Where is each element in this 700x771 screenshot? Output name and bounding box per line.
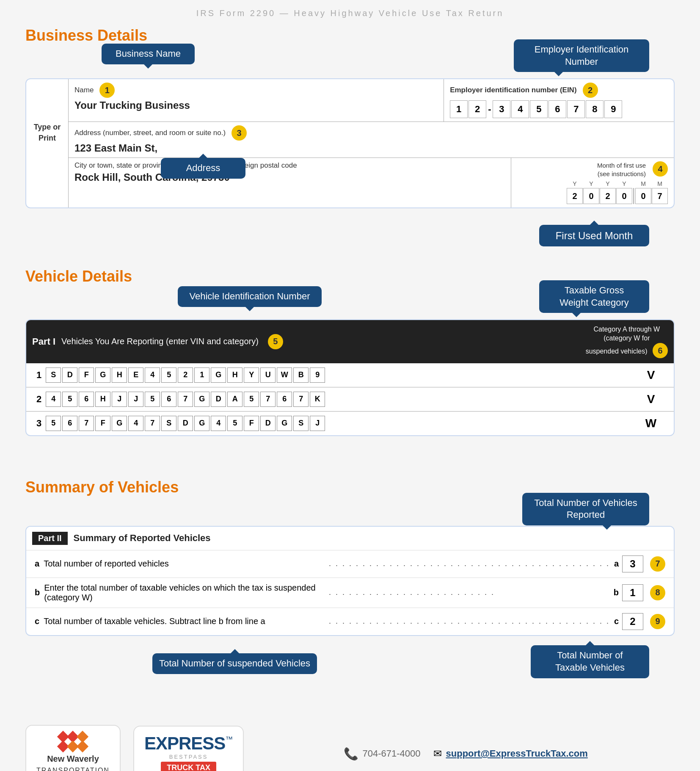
vin-row-2-num: 2 bbox=[32, 394, 46, 405]
step-5: 5 bbox=[268, 334, 283, 349]
ein-field-label: Employer identification number (EIN) bbox=[450, 86, 576, 94]
step-3: 3 bbox=[231, 125, 247, 141]
result-letter-c: c bbox=[614, 616, 619, 626]
express-main-text: EXPRESS bbox=[144, 733, 225, 754]
month-col-3: Y 2 bbox=[600, 180, 616, 204]
total-suspended-tooltip: Total Number of suspended Vehicles bbox=[152, 653, 317, 674]
summary-result-b: b 1 8 bbox=[614, 584, 665, 601]
summary-row-b: b Enter the total number of taxable vehi… bbox=[26, 578, 674, 608]
summary-label-a: Total number of reported vehicles bbox=[44, 559, 326, 569]
address-value: 123 East Main St, bbox=[74, 142, 668, 154]
result-letter-a: a bbox=[614, 559, 619, 569]
email-address[interactable]: support@ExpressTruckTax.com bbox=[446, 748, 588, 759]
logo-diamonds bbox=[59, 732, 87, 751]
vehicle-section: Vehicle Details Vehicle Identification N… bbox=[25, 268, 675, 436]
part-ii-description: Summary of Reported Vehicles bbox=[74, 533, 211, 544]
new-waverly-logo: New WaverlyTRANSPORTATION bbox=[25, 725, 121, 771]
month-y2: 0 bbox=[583, 188, 599, 204]
vin-row-3-num: 3 bbox=[32, 418, 46, 429]
step-6: 6 bbox=[653, 343, 668, 358]
ein-digit-5: 5 bbox=[530, 100, 548, 118]
month-boxes: Y 2 Y 0 Y 2 Y bbox=[517, 180, 668, 204]
ein-digit-7: 7 bbox=[567, 100, 585, 118]
phone-number: 704-671-4000 bbox=[363, 748, 421, 759]
result-box-c: 2 bbox=[622, 613, 643, 630]
result-box-a: 3 bbox=[622, 555, 643, 572]
email-area: ✉ support@ExpressTruckTax.com bbox=[433, 748, 588, 760]
step-7: 7 bbox=[650, 556, 665, 572]
top-watermark: IRS Form 2290 — Heavy Highway Vehicle Us… bbox=[25, 8, 675, 18]
business-name-value: Your Trucking Business bbox=[74, 99, 438, 111]
ein-boxes: 1 2 - 3 4 5 6 7 8 9 bbox=[450, 100, 668, 118]
category-tooltip: Taxable Gross Weight Category bbox=[539, 280, 649, 313]
ein-digit-9: 9 bbox=[604, 100, 622, 118]
total-reported-tooltip: Total Number of Vehicles Reported bbox=[522, 493, 649, 525]
result-box-b: 1 bbox=[622, 584, 643, 601]
address-tooltip: Address bbox=[161, 158, 245, 179]
business-form-card: Type or Print Name 1 Your Trucking Busin… bbox=[25, 78, 675, 208]
ein-digit-2: 2 bbox=[469, 100, 486, 118]
summary-label-b: Enter the total number of taxable vehicl… bbox=[44, 583, 326, 602]
new-waverly-name: New WaverlyTRANSPORTATION bbox=[36, 753, 110, 771]
category-col-header: Category A through W (category W for sus… bbox=[586, 325, 668, 358]
vin-tooltip: Vehicle Identification Number bbox=[178, 286, 322, 307]
phone-icon: 📞 bbox=[344, 747, 358, 761]
month-y4: 0 bbox=[616, 188, 632, 204]
summary-letter-a: a bbox=[35, 559, 39, 569]
email-icon: ✉ bbox=[433, 748, 442, 760]
phone-area: 📞 704-671-4000 bbox=[344, 747, 421, 761]
business-section: Business Details Business Name Employer … bbox=[25, 27, 675, 208]
bestpass-label: BESTPASS bbox=[169, 754, 208, 760]
part-i-label: Part I bbox=[32, 336, 55, 347]
vehicle-form-card: Part I Vehicles You Are Reporting (enter… bbox=[25, 319, 675, 436]
ein-dash-1: - bbox=[487, 104, 492, 115]
footer: New WaverlyTRANSPORTATION EXPRESS ™ BEST… bbox=[25, 716, 675, 771]
step-2: 2 bbox=[583, 83, 598, 98]
vin-row-1-category: V bbox=[634, 368, 668, 382]
express-tm: ™ bbox=[225, 735, 233, 744]
step-4: 4 bbox=[653, 161, 668, 177]
business-name-tooltip: Business Name bbox=[102, 44, 195, 64]
type-or-print-label: Type or Print bbox=[28, 122, 66, 143]
month-y1: 2 bbox=[567, 188, 583, 204]
summary-row-a: a Total number of reported vehicles . . … bbox=[26, 550, 674, 578]
month-y3: 2 bbox=[600, 188, 616, 204]
result-letter-b: b bbox=[614, 588, 619, 597]
month-m1: 0 bbox=[635, 188, 651, 204]
vin-row-1-chars: SDFGHE4521GHYUWB9 bbox=[46, 368, 634, 383]
dots-b: . . . . . . . . . . . . . . . . . . . . … bbox=[329, 588, 611, 597]
vin-row-3-category: W bbox=[634, 417, 668, 430]
step-9: 9 bbox=[650, 614, 665, 629]
vin-row-2-category: V bbox=[634, 392, 668, 406]
dots-a: . . . . . . . . . . . . . . . . . . . . … bbox=[329, 559, 612, 568]
footer-contact: 📞 704-671-4000 ✉ support@ExpressTruckTax… bbox=[256, 747, 675, 761]
month-col-1: Y 2 bbox=[567, 180, 583, 204]
express-logo: EXPRESS ™ BESTPASS TRUCK TAX bbox=[133, 726, 244, 771]
step-1: 1 bbox=[99, 83, 115, 98]
city-value: Rock Hill, South Carolina, 29730 bbox=[74, 171, 505, 183]
part-ii-label: Part II bbox=[32, 532, 68, 545]
summary-letter-b: b bbox=[35, 588, 40, 597]
truck-tax-label: TRUCK TAX bbox=[161, 762, 216, 771]
vin-row-2-chars: 456HJJ567GDA5767K bbox=[46, 392, 634, 407]
summary-result-c: c 2 9 bbox=[614, 613, 665, 630]
month-col-6: M 7 bbox=[652, 180, 668, 204]
part-i-description: Vehicles You Are Reporting (enter VIN an… bbox=[61, 337, 259, 346]
month-col-4: Y 0 bbox=[616, 180, 632, 204]
summary-section: Summary of Vehicles Total Number of Vehi… bbox=[25, 478, 675, 636]
ein-digit-1: 1 bbox=[450, 100, 468, 118]
month-col-2: Y 0 bbox=[583, 180, 599, 204]
ein-digit-6: 6 bbox=[548, 100, 566, 118]
dots-c: . . . . . . . . . . . . . . . . . . . . … bbox=[329, 617, 612, 626]
first-used-tooltip: First Used Month bbox=[539, 225, 649, 246]
month-divider bbox=[634, 188, 634, 204]
vin-row-1-num: 1 bbox=[32, 370, 46, 381]
address-field-label: Address (number, street, and room or sui… bbox=[74, 129, 226, 137]
total-taxable-tooltip: Total Number of Taxable Vehicles bbox=[531, 645, 649, 678]
summary-label-c: Total number of taxable vehicles. Subtra… bbox=[44, 616, 326, 626]
diamond-6 bbox=[77, 740, 88, 752]
vin-row-3-chars: 567FG47SDG45FDGSJ bbox=[46, 416, 634, 431]
month-col-5: M 0 bbox=[635, 180, 651, 204]
ein-tooltip: Employer Identification Number bbox=[514, 39, 649, 72]
month-m2: 7 bbox=[652, 188, 668, 204]
